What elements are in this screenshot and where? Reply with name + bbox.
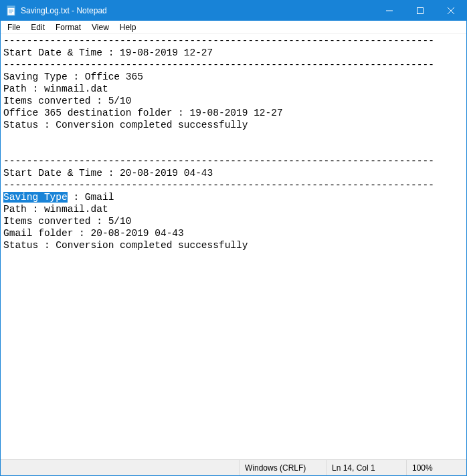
statusbar-zoom: 100%: [406, 460, 466, 475]
line-items-2: Items converted : 5/10: [3, 216, 131, 227]
line-path-1: Path : winmail.dat: [3, 84, 108, 94]
line-items-1: Items converted : 5/10: [3, 96, 131, 106]
selected-text: Saving Type: [3, 192, 68, 203]
menu-help[interactable]: Help: [114, 21, 142, 33]
line-start-2: Start Date & Time : 20-08-2019 04-43: [3, 168, 213, 178]
menu-view[interactable]: View: [86, 21, 114, 33]
divider: ----------------------------------------…: [3, 35, 434, 46]
line-status-2: Status : Conversion completed successful…: [3, 240, 248, 251]
line-type-1: Saving Type : Office 365: [3, 72, 143, 82]
notepad-icon: [6, 5, 17, 16]
line-start-1: Start Date & Time : 19-08-2019 12-27: [3, 47, 213, 58]
maximize-button[interactable]: [405, 1, 436, 21]
line-type-2-rest: : Gmail: [68, 192, 114, 203]
text-editor[interactable]: ----------------------------------------…: [1, 34, 466, 459]
statusbar-spacer: [1, 460, 239, 475]
line-dest-2: Gmail folder : 20-08-2019 04-43: [3, 228, 184, 239]
line-dest-1: Office 365 destination folder : 19-08-20…: [3, 108, 283, 118]
titlebar[interactable]: SavingLog.txt - Notepad: [1, 1, 466, 21]
close-button[interactable]: [436, 1, 466, 21]
divider: ----------------------------------------…: [3, 60, 434, 70]
menu-format[interactable]: Format: [50, 21, 86, 33]
window-title: SavingLog.txt - Notepad: [21, 6, 107, 15]
statusbar-encoding: Windows (CRLF): [239, 460, 326, 475]
line-status-1: Status : Conversion completed successful…: [3, 120, 248, 130]
statusbar: Windows (CRLF) Ln 14, Col 1 100%: [1, 459, 466, 475]
svg-rect-1: [7, 6, 15, 8]
line-path-2: Path : winmail.dat: [3, 204, 108, 215]
svg-rect-6: [417, 8, 424, 14]
menu-file[interactable]: File: [2, 21, 25, 33]
menu-edit[interactable]: Edit: [25, 21, 50, 33]
minimize-button[interactable]: [374, 1, 405, 21]
divider: ----------------------------------------…: [3, 156, 434, 166]
notepad-window: SavingLog.txt - Notepad File Edit Format…: [0, 0, 467, 476]
statusbar-position: Ln 14, Col 1: [326, 460, 406, 475]
divider: ----------------------------------------…: [3, 180, 434, 191]
menubar: File Edit Format View Help: [1, 21, 466, 34]
